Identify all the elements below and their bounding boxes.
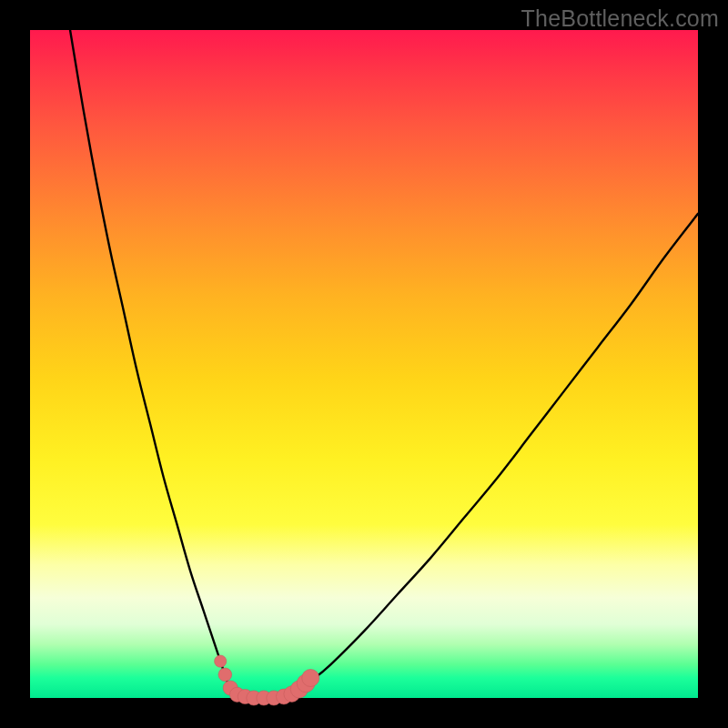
watermark-text: TheBottleneck.com: [521, 5, 719, 32]
plot-area: [30, 30, 698, 698]
chart-svg: [30, 30, 698, 698]
bottleneck-curve: [70, 30, 698, 698]
valley-marker: [215, 655, 227, 667]
chart-frame: TheBottleneck.com: [0, 0, 728, 728]
valley-marker: [218, 668, 232, 682]
valley-markers: [215, 655, 319, 705]
valley-marker: [302, 669, 319, 686]
